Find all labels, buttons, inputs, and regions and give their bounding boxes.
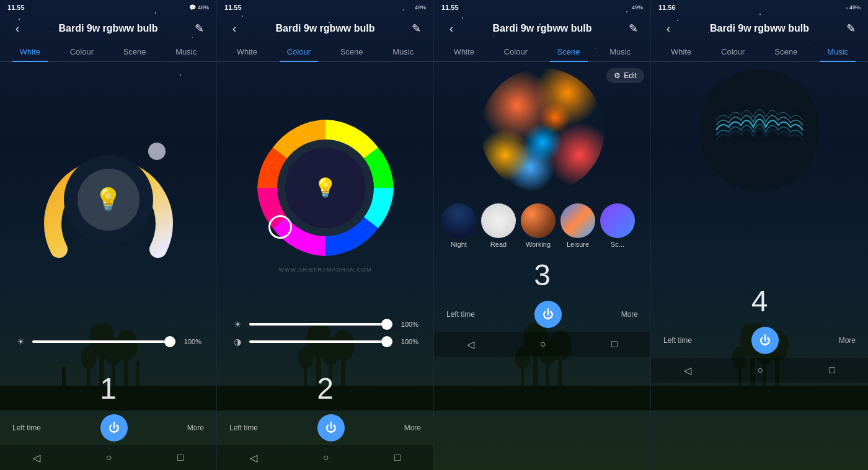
- page-title-1: Bardi 9w rgbww bulb: [25, 23, 192, 34]
- nav-back-2[interactable]: ◁: [250, 452, 257, 464]
- preset-night[interactable]: Night: [441, 203, 476, 248]
- tab-white-2[interactable]: White: [229, 42, 265, 61]
- power-button-2[interactable]: ⏻: [317, 414, 345, 441]
- contrast-icon: ◑: [232, 337, 243, 347]
- tab-white-4[interactable]: White: [663, 42, 699, 61]
- tab-colour-1[interactable]: Colour: [63, 42, 101, 61]
- tab-music-2[interactable]: Music: [385, 42, 421, 61]
- back-button-2[interactable]: ‹: [227, 22, 242, 35]
- nav-back-4[interactable]: ◁: [684, 365, 691, 376]
- left-time-4[interactable]: Left time: [663, 336, 692, 345]
- panel-number-2: 2: [217, 366, 433, 410]
- tab-scene-2[interactable]: Scene: [333, 42, 371, 61]
- bottom-bar-3: Left time ⏻ More: [434, 297, 650, 332]
- preset-more-label: Sc...: [611, 241, 624, 248]
- preset-leisure-label: Leisure: [567, 241, 589, 248]
- sun-icon: ☀: [15, 337, 26, 347]
- edit-button-2[interactable]: ✎: [409, 22, 423, 35]
- panel-colour: WWW.ARIEFRAMADHAN.COM 11.55 49% ‹ Bardi …: [217, 0, 434, 470]
- tab-music-1[interactable]: Music: [168, 42, 204, 61]
- panel-music: 11.56 49% ‹ Bardi 9w rgbww bulb ✎ White …: [651, 0, 868, 470]
- status-time-2: 11.55: [224, 4, 242, 11]
- nav-back-1[interactable]: ◁: [33, 452, 40, 464]
- tab-scene-1[interactable]: Scene: [116, 42, 154, 61]
- status-bar-3: 11.55 49%: [434, 0, 650, 15]
- battery-icon-2: 49%: [415, 4, 426, 11]
- header-1: ‹ Bardi 9w rgbww bulb ✎: [0, 15, 216, 42]
- more-4[interactable]: More: [839, 336, 856, 345]
- brightness-slider-2[interactable]: [249, 323, 392, 326]
- preset-read-circle: [481, 203, 516, 238]
- color-wheel-wrapper[interactable]: 💡: [251, 113, 400, 262]
- preset-read[interactable]: Read: [481, 203, 516, 248]
- scene-bokeh-image: [480, 68, 604, 192]
- tab-music-4[interactable]: Music: [820, 42, 856, 61]
- status-time-3: 11.55: [441, 4, 459, 11]
- brightness-slider[interactable]: [32, 340, 175, 343]
- nav-home-3[interactable]: ○: [540, 339, 546, 350]
- preset-more-circle: [600, 203, 635, 238]
- nav-menu-2[interactable]: □: [394, 452, 401, 463]
- contrast-slider[interactable]: [249, 340, 392, 343]
- panel-white: 11.55 💬 48% ‹ Bardi 9w rgbww bulb ✎ Whit…: [0, 0, 217, 470]
- nav-bar-1: ◁ ○ □: [0, 445, 216, 470]
- tab-colour-2[interactable]: Colour: [280, 42, 318, 61]
- temperature-dial[interactable]: 💡: [40, 131, 177, 268]
- tab-colour-4[interactable]: Colour: [714, 42, 752, 61]
- power-button-1[interactable]: ⏻: [100, 414, 128, 441]
- back-button-4[interactable]: ‹: [661, 22, 676, 35]
- battery-icon-3: 49%: [632, 4, 643, 11]
- left-time-1[interactable]: Left time: [12, 423, 41, 432]
- more-2[interactable]: More: [404, 423, 421, 432]
- preset-read-label: Read: [490, 241, 507, 248]
- left-time-3[interactable]: Left time: [446, 310, 475, 319]
- back-button-1[interactable]: ‹: [10, 22, 25, 35]
- wheel-selector[interactable]: [268, 215, 292, 239]
- tab-colour-3[interactable]: Colour: [497, 42, 535, 61]
- power-button-3[interactable]: ⏻: [534, 301, 562, 328]
- left-time-2[interactable]: Left time: [229, 423, 258, 432]
- bokeh-bg: [480, 68, 604, 192]
- nav-menu-1[interactable]: □: [177, 452, 184, 463]
- tab-scene-4[interactable]: Scene: [767, 42, 805, 61]
- header-4: ‹ Bardi 9w rgbww bulb ✎: [651, 15, 868, 42]
- nav-bar-4: ◁ ○ □: [651, 358, 868, 383]
- sliders-icon: ⚙: [614, 71, 621, 80]
- preset-more[interactable]: Sc...: [600, 203, 635, 248]
- power-button-4[interactable]: ⏻: [751, 327, 779, 354]
- preset-working-label: Working: [526, 241, 551, 248]
- page-title-3: Bardi 9w rgbww bulb: [459, 23, 626, 34]
- nav-home-2[interactable]: ○: [323, 452, 329, 463]
- status-icons-1: 💬 48%: [189, 4, 209, 11]
- svg-point-41: [699, 69, 820, 191]
- more-1[interactable]: More: [187, 423, 204, 432]
- nav-bar-2: ◁ ○ □: [217, 445, 433, 470]
- tab-white-3[interactable]: White: [446, 42, 482, 61]
- tab-scene-3[interactable]: Scene: [550, 42, 588, 61]
- edit-button-1[interactable]: ✎: [192, 22, 206, 35]
- bottom-bar-2: Left time ⏻ More: [217, 410, 433, 445]
- preset-night-circle: [441, 203, 476, 238]
- page-title-4: Bardi 9w rgbww bulb: [676, 23, 843, 34]
- bulb-icon-2: 💡: [314, 177, 337, 198]
- waveform-svg: [698, 68, 822, 192]
- tab-music-3[interactable]: Music: [602, 42, 638, 61]
- edit-scene-button[interactable]: ⚙ Edit: [606, 68, 644, 83]
- edit-button-4[interactable]: ✎: [843, 22, 858, 35]
- back-button-3[interactable]: ‹: [444, 22, 459, 35]
- nav-home-1[interactable]: ○: [106, 452, 112, 463]
- brightness-row-2: ☀ 100%: [232, 319, 418, 329]
- tab-white-1[interactable]: White: [12, 42, 48, 61]
- nav-back-3[interactable]: ◁: [467, 339, 474, 350]
- preset-leisure[interactable]: Leisure: [560, 203, 595, 248]
- edit-button-3[interactable]: ✎: [626, 22, 640, 35]
- power-icon-3: ⏻: [542, 308, 554, 321]
- dial-handle[interactable]: [148, 143, 166, 160]
- nav-home-4[interactable]: ○: [757, 365, 763, 376]
- nav-menu-3[interactable]: □: [611, 339, 618, 350]
- status-icons-2: 49%: [415, 4, 426, 11]
- nav-menu-4[interactable]: □: [829, 365, 835, 376]
- sliders-section-2: ☀ 100% ◑ 100%: [217, 313, 433, 366]
- preset-working[interactable]: Working: [521, 203, 556, 248]
- more-3[interactable]: More: [621, 310, 638, 319]
